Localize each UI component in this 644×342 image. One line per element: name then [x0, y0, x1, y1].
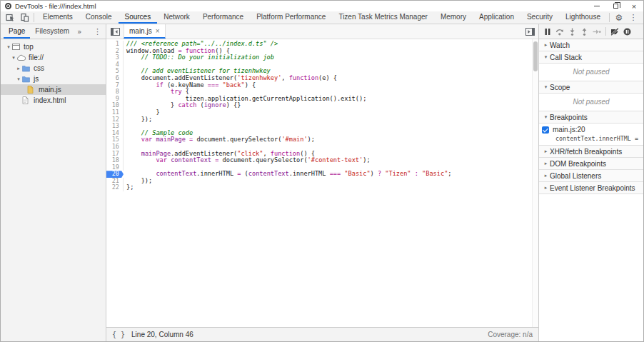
chevron-down-icon[interactable]: ▾	[10, 55, 17, 61]
code-area: 1/// <reference path="../../index.d.ts" …	[106, 39, 538, 327]
step-out-icon[interactable]	[580, 28, 588, 36]
line-number[interactable]: 4	[106, 61, 124, 69]
pretty-print-icon[interactable]: { }	[112, 331, 125, 338]
main-tabs: ElementsConsoleSourcesNetworkPerformance…	[36, 11, 607, 24]
chevron-right-icon: ▸	[542, 173, 550, 178]
tab-console[interactable]: Console	[79, 11, 119, 24]
section-dom-breakpoints[interactable]: ▸DOM Breakpoints	[539, 158, 643, 170]
code-line-text[interactable]: var contentText = document.querySelector…	[124, 157, 371, 164]
tree-item-top[interactable]: ▾top	[1, 41, 106, 52]
tab-security[interactable]: Security	[520, 11, 559, 24]
navigator-kebab-menu-icon[interactable]: ⋮	[89, 24, 106, 39]
breakpoint-entry[interactable]: main.js:20contentText.innerHTML = (co…	[539, 124, 643, 145]
tree-item-file[interactable]: ▾file://	[1, 52, 106, 63]
chevron-down-icon[interactable]: ▾	[15, 76, 22, 82]
section-title: DOM Breakpoints	[550, 160, 606, 168]
tab-performance[interactable]: Performance	[196, 11, 250, 24]
line-number[interactable]: 7	[106, 82, 124, 89]
tree-item-label: main.js	[36, 86, 61, 94]
tree-item-label: file://	[26, 54, 44, 61]
tab-elements[interactable]: Elements	[36, 11, 79, 24]
section-call-stack[interactable]: ▾Call Stack	[539, 51, 643, 64]
step-into-icon[interactable]	[568, 28, 576, 36]
tab-lighthouse[interactable]: Lighthouse	[559, 11, 607, 24]
close-icon: ×	[632, 3, 636, 10]
code-editor[interactable]: 1/// <reference path="../../index.d.ts" …	[106, 39, 532, 327]
kebab-menu-icon[interactable]: ⋮	[626, 12, 640, 24]
editor-tab-bar: main.js ×	[106, 24, 538, 39]
breakpoint-snippet[interactable]: contentText.innerHTML = (co…	[555, 135, 640, 142]
section-global-listeners[interactable]: ▸Global Listeners	[539, 170, 643, 182]
code-line-text[interactable]: var mainPage = document.querySelector('#…	[124, 136, 315, 144]
devtools-logo-icon	[5, 3, 11, 9]
restore-button[interactable]	[606, 1, 625, 11]
editor-tab-mainjs[interactable]: main.js ×	[124, 24, 166, 39]
tab-overflow-chevrons[interactable]: »	[74, 24, 84, 39]
code-line-text[interactable]: // TODO:: Do your initialization job	[124, 54, 274, 61]
line-number[interactable]: 22	[106, 184, 124, 191]
tab-tizen-task-metrics-manager[interactable]: Tizen Task Metrics Manager	[332, 11, 434, 24]
close-button[interactable]: ×	[625, 1, 643, 11]
settings-gear-icon[interactable]: ⚙	[612, 12, 626, 24]
code-line-text[interactable]: contentText.innerHTML = (contentText.inn…	[124, 171, 452, 178]
section-watch[interactable]: ▸Watch	[539, 39, 643, 51]
not-paused-message: Not paused	[539, 64, 643, 81]
section-breakpoints[interactable]: ▾Breakpoints	[539, 111, 643, 124]
minimize-icon	[594, 6, 600, 6]
line-number[interactable]: 3	[106, 54, 124, 61]
toolbar-separator	[34, 13, 34, 22]
toggle-debugger-sidebar-icon[interactable]	[521, 24, 538, 39]
line-number[interactable]: 5	[106, 68, 124, 75]
devtools-window: DevTools - file:///index.html × Elements…	[0, 0, 644, 342]
code-line-text[interactable]: });	[124, 116, 152, 124]
editor-scrollbar[interactable]	[532, 39, 538, 327]
section-event-listener-breakpoints[interactable]: ▸Event Listener Breakpoints	[539, 182, 643, 194]
tree-item-css[interactable]: ▸css	[1, 63, 106, 74]
code-line-21: 21 });	[106, 178, 532, 185]
chevron-right-icon[interactable]: ▸	[15, 66, 22, 71]
navigator-tab-filesystem[interactable]: Filesystem	[30, 24, 74, 39]
code-line-22: 22};	[106, 184, 532, 191]
line-number[interactable]: 1	[106, 41, 124, 48]
chevron-right-icon: ▸	[542, 42, 550, 48]
tab-network[interactable]: Network	[157, 11, 196, 24]
tree-item-main-js[interactable]: main.js	[1, 84, 106, 95]
tab-memory[interactable]: Memory	[434, 11, 473, 24]
pause-on-exceptions-icon[interactable]	[623, 28, 631, 36]
line-number[interactable]: 6	[106, 75, 124, 82]
tab-application[interactable]: Application	[473, 11, 520, 24]
pause-script-icon[interactable]	[544, 28, 551, 36]
code-line-text[interactable]: };	[124, 184, 134, 191]
folder-icon	[22, 65, 31, 72]
navigator-tab-page[interactable]: Page	[4, 24, 30, 39]
tab-sources[interactable]: Sources	[119, 11, 158, 24]
inspect-element-icon[interactable]	[4, 12, 18, 24]
device-toolbar-icon[interactable]	[18, 12, 32, 24]
line-number[interactable]: 8	[106, 89, 124, 96]
section-scope[interactable]: ▾Scope	[539, 81, 643, 94]
tree-item-index-html[interactable]: index.html	[1, 95, 106, 106]
section-xhr-fetch-breakpoints[interactable]: ▸XHR/fetch Breakpoints	[539, 146, 643, 158]
tab-close-icon[interactable]: ×	[156, 27, 160, 35]
line-number[interactable]: 2	[106, 48, 124, 55]
section-title: XHR/fetch Breakpoints	[550, 148, 622, 156]
deactivate-breakpoints-icon[interactable]	[610, 28, 619, 36]
toggle-navigator-icon[interactable]	[106, 24, 124, 39]
breakpoint-marker[interactable]: 20	[106, 171, 124, 178]
breakpoint-checkbox[interactable]	[542, 126, 549, 134]
chevron-down-icon[interactable]: ▾	[5, 44, 12, 50]
step-over-icon[interactable]	[555, 28, 564, 36]
tree-item-label: js	[31, 75, 39, 83]
navigator-tabs: » ⋮ PageFilesystem	[1, 24, 106, 39]
tree-item-js[interactable]: ▾js	[1, 74, 106, 84]
chevron-right-icon: ▸	[542, 161, 550, 166]
section-title: Watch	[550, 41, 570, 49]
scrollbar-thumb[interactable]	[533, 41, 538, 71]
tab-platform-performance[interactable]: Platform Performance	[250, 11, 332, 24]
line-number[interactable]: 19	[106, 164, 124, 171]
window-title: DevTools - file:///index.html	[15, 2, 96, 10]
file-tree: ▾top▾file://▸css▾jsmain.jsindex.html	[1, 39, 106, 106]
step-icon[interactable]	[593, 28, 601, 36]
window-controls: ×	[588, 1, 643, 11]
minimize-button[interactable]	[588, 1, 606, 11]
